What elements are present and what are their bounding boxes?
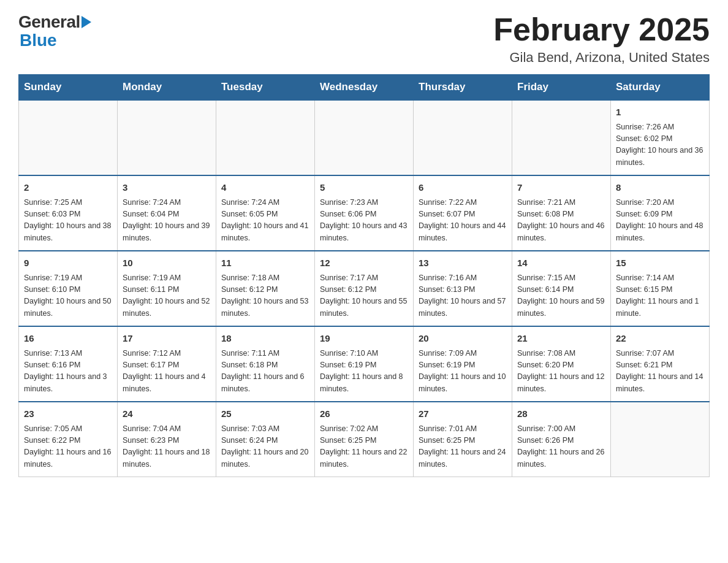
day-info: Sunrise: 7:03 AM Sunset: 6:24 PM Dayligh…	[221, 423, 309, 471]
calendar-cell: 15Sunrise: 7:14 AM Sunset: 6:15 PM Dayli…	[611, 251, 710, 326]
day-info: Sunrise: 7:12 AM Sunset: 6:17 PM Dayligh…	[123, 348, 211, 396]
calendar-cell: 13Sunrise: 7:16 AM Sunset: 6:13 PM Dayli…	[414, 251, 512, 326]
day-number: 26	[320, 407, 408, 421]
day-number: 18	[221, 332, 309, 346]
calendar-cell: 7Sunrise: 7:21 AM Sunset: 6:08 PM Daylig…	[512, 175, 611, 251]
day-number: 15	[616, 256, 704, 270]
day-number: 2	[24, 181, 112, 195]
calendar-cell: 25Sunrise: 7:03 AM Sunset: 6:24 PM Dayli…	[216, 402, 315, 477]
page-header: General Blue February 2025 Gila Bend, Ar…	[18, 12, 710, 66]
calendar-cell: 16Sunrise: 7:13 AM Sunset: 6:16 PM Dayli…	[19, 326, 118, 402]
day-info: Sunrise: 7:04 AM Sunset: 6:23 PM Dayligh…	[123, 423, 211, 471]
day-number: 5	[320, 181, 408, 195]
day-info: Sunrise: 7:07 AM Sunset: 6:21 PM Dayligh…	[616, 348, 704, 396]
day-number: 17	[123, 332, 211, 346]
calendar-cell: 18Sunrise: 7:11 AM Sunset: 6:18 PM Dayli…	[216, 326, 315, 402]
calendar-cell: 1Sunrise: 7:26 AM Sunset: 6:02 PM Daylig…	[611, 100, 710, 175]
day-number: 10	[123, 256, 211, 270]
logo-arrow-icon	[82, 16, 91, 28]
day-number: 1	[616, 105, 704, 120]
calendar-dow-friday: Friday	[512, 75, 611, 101]
day-info: Sunrise: 7:26 AM Sunset: 6:02 PM Dayligh…	[616, 121, 704, 169]
day-info: Sunrise: 7:14 AM Sunset: 6:15 PM Dayligh…	[616, 272, 704, 320]
calendar-header-row: SundayMondayTuesdayWednesdayThursdayFrid…	[19, 75, 710, 101]
calendar-cell: 19Sunrise: 7:10 AM Sunset: 6:19 PM Dayli…	[315, 326, 414, 402]
day-number: 25	[221, 407, 309, 421]
day-info: Sunrise: 7:11 AM Sunset: 6:18 PM Dayligh…	[221, 348, 309, 396]
title-block: February 2025 Gila Bend, Arizona, United…	[493, 12, 710, 66]
day-number: 24	[123, 407, 211, 421]
day-info: Sunrise: 7:01 AM Sunset: 6:25 PM Dayligh…	[419, 423, 507, 471]
day-number: 11	[221, 256, 309, 270]
day-info: Sunrise: 7:24 AM Sunset: 6:05 PM Dayligh…	[221, 197, 309, 245]
calendar-cell: 28Sunrise: 7:00 AM Sunset: 6:26 PM Dayli…	[512, 402, 611, 477]
calendar-week-1: 1Sunrise: 7:26 AM Sunset: 6:02 PM Daylig…	[19, 100, 710, 175]
calendar-dow-monday: Monday	[118, 75, 216, 101]
day-number: 21	[517, 332, 605, 346]
day-number: 6	[419, 181, 507, 195]
day-info: Sunrise: 7:08 AM Sunset: 6:20 PM Dayligh…	[517, 348, 605, 396]
calendar-cell: 5Sunrise: 7:23 AM Sunset: 6:06 PM Daylig…	[315, 175, 414, 251]
calendar-table: SundayMondayTuesdayWednesdayThursdayFrid…	[18, 74, 710, 477]
day-info: Sunrise: 7:15 AM Sunset: 6:14 PM Dayligh…	[517, 272, 605, 320]
day-number: 3	[123, 181, 211, 195]
calendar-week-4: 16Sunrise: 7:13 AM Sunset: 6:16 PM Dayli…	[19, 326, 710, 402]
calendar-week-2: 2Sunrise: 7:25 AM Sunset: 6:03 PM Daylig…	[19, 175, 710, 251]
logo: General Blue	[18, 12, 91, 50]
calendar-cell: 27Sunrise: 7:01 AM Sunset: 6:25 PM Dayli…	[414, 402, 512, 477]
day-number: 27	[419, 407, 507, 421]
day-number: 16	[24, 332, 112, 346]
day-info: Sunrise: 7:00 AM Sunset: 6:26 PM Dayligh…	[517, 423, 605, 471]
calendar-cell: 6Sunrise: 7:22 AM Sunset: 6:07 PM Daylig…	[414, 175, 512, 251]
logo-general-text: General	[18, 12, 80, 32]
day-info: Sunrise: 7:02 AM Sunset: 6:25 PM Dayligh…	[320, 423, 408, 471]
day-info: Sunrise: 7:18 AM Sunset: 6:12 PM Dayligh…	[221, 272, 309, 320]
day-number: 4	[221, 181, 309, 195]
day-number: 7	[517, 181, 605, 195]
day-number: 19	[320, 332, 408, 346]
page-title: February 2025	[493, 12, 710, 47]
day-info: Sunrise: 7:17 AM Sunset: 6:12 PM Dayligh…	[320, 272, 408, 320]
calendar-cell	[315, 100, 414, 175]
day-info: Sunrise: 7:19 AM Sunset: 6:10 PM Dayligh…	[24, 272, 112, 320]
day-info: Sunrise: 7:20 AM Sunset: 6:09 PM Dayligh…	[616, 197, 704, 245]
day-number: 8	[616, 181, 704, 195]
calendar-cell: 3Sunrise: 7:24 AM Sunset: 6:04 PM Daylig…	[118, 175, 216, 251]
calendar-cell	[611, 402, 710, 477]
day-info: Sunrise: 7:24 AM Sunset: 6:04 PM Dayligh…	[123, 197, 211, 245]
day-number: 12	[320, 256, 408, 270]
calendar-cell	[216, 100, 315, 175]
logo-blue-text: Blue	[20, 31, 57, 50]
day-info: Sunrise: 7:22 AM Sunset: 6:07 PM Dayligh…	[419, 197, 507, 245]
calendar-cell: 21Sunrise: 7:08 AM Sunset: 6:20 PM Dayli…	[512, 326, 611, 402]
calendar-cell: 20Sunrise: 7:09 AM Sunset: 6:19 PM Dayli…	[414, 326, 512, 402]
calendar-dow-wednesday: Wednesday	[315, 75, 414, 101]
day-number: 23	[24, 407, 112, 421]
calendar-cell: 10Sunrise: 7:19 AM Sunset: 6:11 PM Dayli…	[118, 251, 216, 326]
page-subtitle: Gila Bend, Arizona, United States	[493, 50, 710, 66]
day-info: Sunrise: 7:19 AM Sunset: 6:11 PM Dayligh…	[123, 272, 211, 320]
calendar-cell: 26Sunrise: 7:02 AM Sunset: 6:25 PM Dayli…	[315, 402, 414, 477]
day-info: Sunrise: 7:09 AM Sunset: 6:19 PM Dayligh…	[419, 348, 507, 396]
calendar-cell: 2Sunrise: 7:25 AM Sunset: 6:03 PM Daylig…	[19, 175, 118, 251]
calendar-dow-tuesday: Tuesday	[216, 75, 315, 101]
day-number: 22	[616, 332, 704, 346]
calendar-cell: 14Sunrise: 7:15 AM Sunset: 6:14 PM Dayli…	[512, 251, 611, 326]
day-number: 20	[419, 332, 507, 346]
calendar-dow-thursday: Thursday	[414, 75, 512, 101]
calendar-cell: 23Sunrise: 7:05 AM Sunset: 6:22 PM Dayli…	[19, 402, 118, 477]
calendar-cell: 9Sunrise: 7:19 AM Sunset: 6:10 PM Daylig…	[19, 251, 118, 326]
day-info: Sunrise: 7:10 AM Sunset: 6:19 PM Dayligh…	[320, 348, 408, 396]
calendar-week-5: 23Sunrise: 7:05 AM Sunset: 6:22 PM Dayli…	[19, 402, 710, 477]
day-number: 13	[419, 256, 507, 270]
calendar-cell: 4Sunrise: 7:24 AM Sunset: 6:05 PM Daylig…	[216, 175, 315, 251]
calendar-week-3: 9Sunrise: 7:19 AM Sunset: 6:10 PM Daylig…	[19, 251, 710, 326]
day-number: 9	[24, 256, 112, 270]
day-info: Sunrise: 7:05 AM Sunset: 6:22 PM Dayligh…	[24, 423, 112, 471]
day-info: Sunrise: 7:16 AM Sunset: 6:13 PM Dayligh…	[419, 272, 507, 320]
calendar-cell: 8Sunrise: 7:20 AM Sunset: 6:09 PM Daylig…	[611, 175, 710, 251]
calendar-cell: 22Sunrise: 7:07 AM Sunset: 6:21 PM Dayli…	[611, 326, 710, 402]
calendar-cell: 11Sunrise: 7:18 AM Sunset: 6:12 PM Dayli…	[216, 251, 315, 326]
calendar-cell	[512, 100, 611, 175]
day-info: Sunrise: 7:13 AM Sunset: 6:16 PM Dayligh…	[24, 348, 112, 396]
